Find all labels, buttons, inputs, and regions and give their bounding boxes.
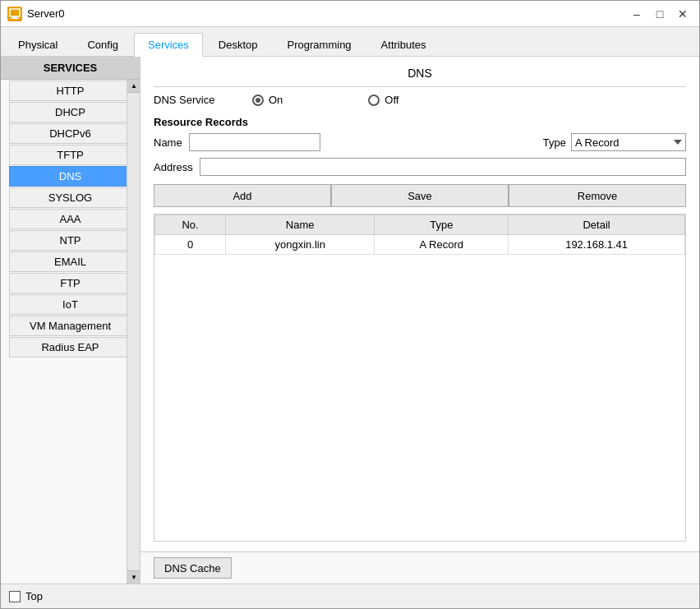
cell-name: yongxin.lin <box>226 235 375 255</box>
save-button[interactable]: Save <box>331 184 509 207</box>
dns-off-radio[interactable] <box>368 95 380 106</box>
sidebar-item-email[interactable]: EMAIL <box>9 251 131 272</box>
sidebar-item-dhcpv6[interactable]: DHCPv6 <box>9 123 131 144</box>
dns-records-table-container: No. Name Type Detail 0yongxin.linA Recor… <box>154 214 686 542</box>
tab-bar: Physical Config Services Desktop Program… <box>1 27 699 57</box>
main-window: Server0 – □ ✕ Physical Config Services D… <box>0 0 700 609</box>
sidebar-items: HTTP DHCP DHCPv6 TFTP DNS SYSLOG AAA NTP… <box>1 81 140 358</box>
col-name: Name <box>226 215 375 235</box>
sidebar-item-dns[interactable]: DNS <box>9 166 131 187</box>
sidebar-item-vm-management[interactable]: VM Management <box>9 316 131 336</box>
resource-records-label: Resource Records <box>154 116 686 128</box>
dns-records-table: No. Name Type Detail 0yongxin.linA Recor… <box>154 215 685 255</box>
sidebar-scroll-area: HTTP DHCP DHCPv6 TFTP DNS SYSLOG AAA NTP… <box>1 80 140 584</box>
cell-type: A Record <box>375 235 509 255</box>
dns-service-label: DNS Service <box>154 94 252 106</box>
sidebar-item-dhcp[interactable]: DHCP <box>9 102 131 122</box>
bottom-bar: DNS Cache <box>140 551 699 584</box>
col-no: No. <box>155 215 226 235</box>
sidebar-item-aaa[interactable]: AAA <box>9 209 131 229</box>
main-content: SERVICES HTTP DHCP DHCPv6 TFTP DNS SYSLO… <box>1 57 699 584</box>
action-buttons: Add Save Remove <box>154 184 686 207</box>
address-row: Address <box>154 158 686 176</box>
address-input[interactable] <box>200 158 686 176</box>
sidebar-header: SERVICES <box>1 57 140 80</box>
name-input[interactable] <box>189 133 320 151</box>
scroll-down-button[interactable]: ▼ <box>127 570 140 584</box>
col-type: Type <box>375 215 509 235</box>
dns-cache-button[interactable]: DNS Cache <box>154 557 232 579</box>
window-controls: – □ ✕ <box>627 5 693 23</box>
window-title: Server0 <box>27 7 627 20</box>
name-field-label: Name <box>154 136 182 149</box>
table-row[interactable]: 0yongxin.linA Record192.168.1.41 <box>155 235 685 255</box>
dns-off-option[interactable]: Off <box>368 94 398 106</box>
name-type-row: Name Type A Record AAAA Record CNAME MX … <box>154 133 686 151</box>
sidebar-item-tftp[interactable]: TFTP <box>9 145 131 165</box>
dns-on-radio[interactable] <box>252 95 264 106</box>
dns-off-label: Off <box>385 94 398 106</box>
top-checkbox-label[interactable]: Top <box>9 590 43 602</box>
tab-services[interactable]: Services <box>134 33 203 57</box>
sidebar-scrollbar: ▲ ▼ <box>127 80 140 584</box>
close-button[interactable]: ✕ <box>673 5 693 23</box>
tab-programming[interactable]: Programming <box>274 33 366 56</box>
svg-rect-2 <box>11 18 19 19</box>
tab-physical[interactable]: Physical <box>4 33 71 56</box>
dns-on-label: On <box>269 94 283 106</box>
sidebar-item-radius-eap[interactable]: Radius EAP <box>9 337 131 358</box>
cell-detail: 192.168.1.41 <box>509 235 685 255</box>
top-label: Top <box>25 590 43 602</box>
dns-on-option[interactable]: On <box>252 94 283 106</box>
dns-service-row: DNS Service On Off <box>154 94 686 106</box>
app-icon <box>7 7 22 21</box>
tab-config[interactable]: Config <box>73 33 132 56</box>
minimize-button[interactable]: – <box>627 5 647 23</box>
type-select[interactable]: A Record AAAA Record CNAME MX NS SOA <box>571 133 686 151</box>
sidebar-item-iot[interactable]: IoT <box>9 294 131 315</box>
sidebar-item-ntp[interactable]: NTP <box>9 230 131 251</box>
title-bar: Server0 – □ ✕ <box>1 1 699 27</box>
dns-service-radio-group: On Off <box>252 94 398 106</box>
footer: Top <box>1 584 699 608</box>
dns-content-panel: DNS DNS Service On Off <box>140 57 699 584</box>
dns-panel-title: DNS <box>154 67 686 87</box>
cell-no: 0 <box>155 235 226 255</box>
top-checkbox[interactable] <box>9 591 21 602</box>
tab-attributes[interactable]: Attributes <box>367 33 440 56</box>
sidebar-item-ftp[interactable]: FTP <box>9 273 131 293</box>
remove-button[interactable]: Remove <box>509 184 686 207</box>
svg-rect-0 <box>10 9 20 16</box>
sidebar-item-syslog[interactable]: SYSLOG <box>9 187 131 208</box>
col-detail: Detail <box>509 215 685 235</box>
sidebar-item-http[interactable]: HTTP <box>9 81 131 101</box>
add-button[interactable]: Add <box>154 184 331 207</box>
dns-content-area: DNS DNS Service On Off <box>140 57 699 551</box>
scroll-up-button[interactable]: ▲ <box>127 80 140 93</box>
svg-rect-1 <box>12 16 17 18</box>
sidebar: SERVICES HTTP DHCP DHCPv6 TFTP DNS SYSLO… <box>1 57 140 584</box>
maximize-button[interactable]: □ <box>650 5 670 23</box>
tab-desktop[interactable]: Desktop <box>205 33 272 56</box>
address-label: Address <box>154 161 193 173</box>
type-field-label: Type <box>543 136 566 149</box>
